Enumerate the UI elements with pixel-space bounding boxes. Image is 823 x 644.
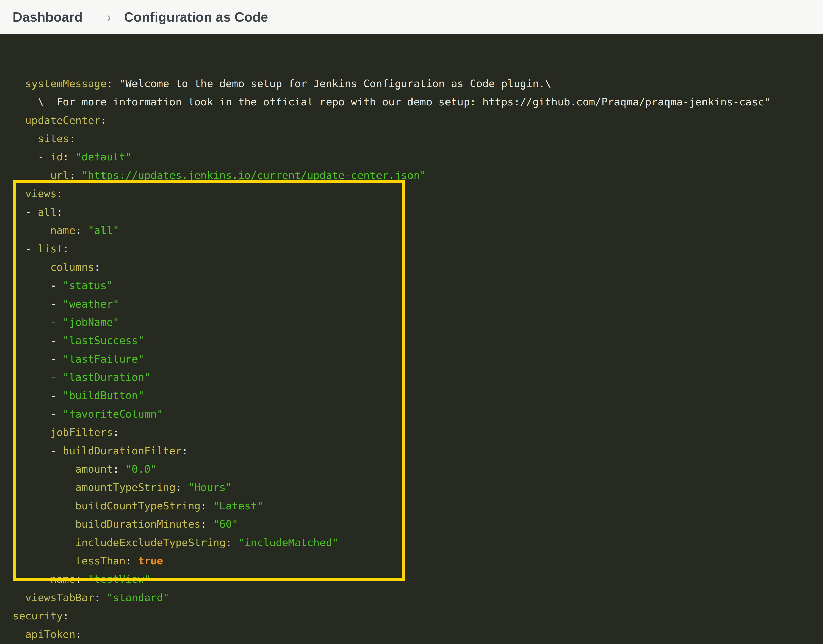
yaml-token-str: "all": [88, 224, 119, 236]
yaml-token-str: "0.0": [125, 463, 157, 475]
yaml-token-str: "status": [63, 279, 113, 291]
yaml-token-key: url: [50, 169, 69, 181]
yaml-token-key: jobFilters: [50, 426, 113, 439]
yaml-token-plain: -: [13, 151, 50, 163]
yaml-token-plain: :: [175, 481, 188, 494]
yaml-token-plain: -: [13, 408, 63, 420]
yaml-token-plain: :: [57, 206, 63, 218]
yaml-token-plain: :: [57, 188, 63, 200]
breadcrumb-item-dashboard[interactable]: Dashboard: [13, 9, 83, 25]
yaml-token-plain: :: [69, 169, 81, 181]
yaml-token-plain: [13, 592, 25, 604]
yaml-token-key: apiToken: [25, 628, 75, 641]
yaml-token-plain: -: [13, 243, 38, 255]
yaml-token-key: viewsTabBar: [25, 592, 94, 604]
code-line: - all:: [13, 203, 823, 221]
code-line: systemMessage: "Welcome to the demo setu…: [13, 75, 823, 93]
yaml-token-plain: [13, 426, 50, 439]
code-line: views:: [13, 185, 823, 203]
code-line: - "favoriteColumn": [13, 405, 823, 423]
yaml-token-plain: :: [69, 133, 75, 145]
code-line: url: "https://updates.jenkins.io/current…: [13, 166, 823, 185]
yaml-token-str: "60": [213, 518, 238, 530]
yaml-token-str: "Latest": [213, 500, 263, 512]
code-line: \ For more information look in the offic…: [13, 93, 823, 111]
yaml-token-plain: [13, 188, 25, 200]
yaml-token-plain: -: [13, 389, 63, 402]
code-line: - list:: [13, 239, 823, 258]
yaml-token-plain: :: [201, 500, 213, 512]
code-line: columns:: [13, 258, 823, 276]
yaml-token-key: systemMessage: [25, 78, 107, 90]
yaml-token-str: "standard": [107, 592, 169, 604]
yaml-config-view: systemMessage: "Welcome to the demo setu…: [0, 34, 823, 644]
code-line: security:: [13, 607, 823, 625]
yaml-token-key: name: [50, 573, 75, 585]
yaml-token-plain: -: [13, 445, 63, 457]
yaml-token-key: amount: [75, 463, 113, 475]
yaml-token-plain: [13, 261, 50, 273]
yaml-token-str: "https://updates.jenkins.io/current/upda…: [82, 169, 426, 181]
yaml-lines: systemMessage: "Welcome to the demo setu…: [13, 75, 823, 644]
yaml-token-key: list: [38, 243, 63, 255]
yaml-token-plain: -: [13, 353, 63, 365]
code-line: - "status": [13, 276, 823, 294]
yaml-token-key: buildCountTypeString: [75, 500, 201, 512]
yaml-token-plain: :: [94, 261, 100, 273]
yaml-token-str: "favoriteColumn": [63, 408, 163, 420]
yaml-token-plain: [13, 78, 25, 90]
code-line: jobFilters:: [13, 423, 823, 442]
yaml-token-str: "jobName": [63, 316, 119, 328]
yaml-token-str: "Hours": [188, 481, 232, 494]
yaml-token-plain: -: [13, 206, 38, 218]
yaml-token-key: sites: [38, 133, 69, 145]
code-line: - "lastFailure": [13, 350, 823, 368]
yaml-token-key: buildDurationMinutes: [75, 518, 201, 530]
yaml-token-plain: \ For more information look in the offic…: [13, 96, 771, 108]
code-line: - "jobName": [13, 313, 823, 331]
yaml-token-key: security: [13, 610, 63, 622]
code-line: includeExcludeTypeString: "includeMatche…: [13, 534, 823, 552]
yaml-token-plain: :: [226, 537, 238, 549]
code-line: - buildDurationFilter:: [13, 442, 823, 460]
code-line: amountTypeString: "Hours": [13, 478, 823, 497]
yaml-token-plain: [13, 500, 75, 512]
yaml-token-key: amountTypeString: [75, 481, 175, 494]
yaml-token-plain: [13, 628, 25, 641]
code-line: name: "testView": [13, 570, 823, 588]
yaml-token-key: updateCenter: [25, 114, 100, 127]
yaml-token-plain: :: [201, 518, 213, 530]
yaml-token-plain: :: [113, 463, 125, 475]
code-line: - id: "default": [13, 148, 823, 166]
yaml-token-str: "testView": [88, 573, 150, 585]
code-line: - "weather": [13, 295, 823, 313]
yaml-token-str: "includeMatched": [238, 537, 338, 549]
yaml-token-str: "buildButton": [63, 389, 144, 402]
yaml-token-plain: [13, 481, 75, 494]
yaml-token-plain: -: [13, 334, 63, 347]
yaml-token-plain: [13, 114, 25, 127]
code-line: - "lastDuration": [13, 368, 823, 386]
code-line: buildCountTypeString: "Latest": [13, 497, 823, 515]
yaml-token-plain: [13, 537, 75, 549]
code-line: lessThan: true: [13, 552, 823, 570]
yaml-token-plain: :: [63, 610, 69, 622]
breadcrumb-bar: Dashboard › Configuration as Code: [0, 0, 823, 34]
yaml-token-plain: :: [113, 426, 119, 439]
code-line: - "lastSuccess": [13, 331, 823, 350]
yaml-token-plain: [13, 224, 50, 236]
breadcrumb-item-configuration-as-code[interactable]: Configuration as Code: [124, 9, 268, 25]
yaml-token-key: columns: [50, 261, 94, 273]
yaml-token-plain: -: [13, 298, 63, 310]
yaml-token-plain: :: [125, 555, 138, 567]
yaml-token-key: id: [50, 151, 63, 163]
yaml-token-key: lessThan: [75, 555, 125, 567]
yaml-token-key: includeExcludeTypeString: [75, 537, 226, 549]
code-line: apiToken:: [13, 625, 823, 644]
yaml-token-str: "lastSuccess": [63, 334, 144, 347]
yaml-token-plain: [13, 518, 75, 530]
yaml-token-plain: :: [94, 592, 107, 604]
yaml-token-plain: -: [13, 371, 63, 383]
yaml-token-str: "lastDuration": [63, 371, 150, 383]
code-line: name: "all": [13, 221, 823, 239]
